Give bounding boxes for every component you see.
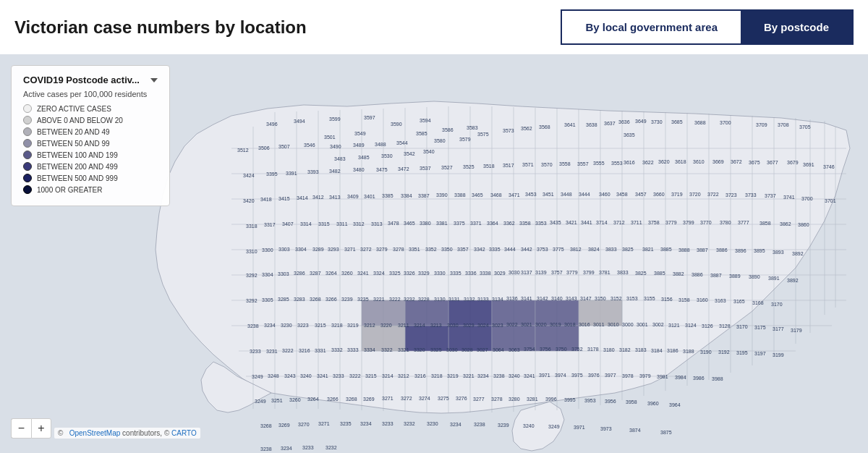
- svg-text:3568: 3568: [539, 124, 550, 130]
- svg-text:3238: 3238: [247, 323, 259, 329]
- svg-text:3594: 3594: [420, 118, 431, 123]
- svg-text:3233: 3233: [250, 349, 261, 354]
- svg-text:3757: 3757: [551, 270, 563, 275]
- svg-text:3190: 3190: [700, 350, 712, 355]
- svg-text:3889: 3889: [729, 274, 741, 279]
- svg-text:3825: 3825: [622, 247, 634, 252]
- svg-text:3885: 3885: [660, 247, 672, 252]
- svg-text:3195: 3195: [736, 350, 748, 355]
- svg-text:3063: 3063: [509, 347, 520, 352]
- svg-text:3530: 3530: [381, 153, 393, 158]
- svg-text:3126: 3126: [702, 323, 713, 329]
- svg-text:3860: 3860: [798, 222, 809, 227]
- svg-text:3350: 3350: [441, 247, 453, 252]
- svg-text:3453: 3453: [525, 192, 537, 197]
- svg-text:3977: 3977: [605, 373, 616, 378]
- svg-text:3599: 3599: [329, 117, 341, 122]
- svg-text:3238: 3238: [493, 373, 505, 378]
- svg-text:3711: 3711: [631, 220, 642, 225]
- legend-item-label: 1000 OR GREATER: [37, 186, 102, 194]
- svg-text:3488: 3488: [375, 142, 386, 147]
- svg-text:3029: 3029: [494, 271, 506, 276]
- svg-text:3268: 3268: [260, 423, 272, 428]
- legend-items-container: ZERO ACTIVE CASESABOVE 0 AND BELOW 20BET…: [23, 104, 158, 194]
- svg-text:3475: 3475: [376, 167, 388, 172]
- legend-title[interactable]: COVID19 Postcode activ...: [23, 75, 158, 85]
- svg-text:3139: 3139: [535, 270, 547, 275]
- svg-text:3971: 3971: [574, 425, 585, 430]
- svg-text:3027: 3027: [477, 347, 488, 352]
- tab-lga[interactable]: By local government area: [562, 11, 741, 43]
- svg-text:3251: 3251: [271, 398, 283, 403]
- zoom-in-button[interactable]: +: [31, 418, 51, 439]
- zoom-out-button[interactable]: −: [11, 418, 31, 439]
- svg-text:3286: 3286: [294, 271, 305, 276]
- svg-text:3156: 3156: [661, 297, 673, 302]
- svg-text:3133: 3133: [477, 297, 489, 302]
- svg-text:3424: 3424: [243, 173, 255, 178]
- svg-text:3136: 3136: [506, 296, 518, 301]
- svg-text:3155: 3155: [644, 296, 655, 301]
- svg-text:3413: 3413: [329, 195, 341, 200]
- svg-text:3315: 3315: [318, 221, 330, 226]
- svg-text:3709: 3709: [756, 122, 767, 127]
- svg-text:3028: 3028: [461, 347, 473, 352]
- legend-dot: [23, 174, 32, 182]
- svg-text:3444: 3444: [579, 192, 590, 197]
- map-container[interactable]: 3496 3494 3599 3597 3501 3549 3590 3594 …: [0, 54, 868, 453]
- svg-text:3019: 3019: [550, 322, 561, 327]
- svg-text:3981: 3981: [657, 374, 668, 379]
- osm-link[interactable]: OpenStreetMap: [69, 429, 121, 437]
- svg-text:3143: 3143: [566, 296, 577, 301]
- svg-text:3891: 3891: [768, 276, 780, 281]
- svg-text:3233: 3233: [382, 421, 393, 426]
- svg-text:3888: 3888: [678, 247, 690, 253]
- svg-text:3585: 3585: [416, 131, 427, 136]
- svg-text:3249: 3249: [255, 399, 266, 404]
- svg-text:3708: 3708: [778, 122, 789, 127]
- svg-text:3833: 3833: [605, 247, 617, 252]
- svg-text:3292: 3292: [246, 273, 258, 278]
- svg-text:3571: 3571: [522, 162, 534, 167]
- svg-text:3231: 3231: [266, 349, 278, 354]
- svg-text:3281: 3281: [527, 397, 538, 402]
- svg-text:3756: 3756: [540, 347, 551, 352]
- svg-text:3158: 3158: [678, 297, 690, 302]
- svg-text:3821: 3821: [642, 247, 654, 252]
- svg-text:3779: 3779: [566, 270, 578, 275]
- svg-text:3269: 3269: [363, 397, 375, 402]
- svg-text:3414: 3414: [297, 195, 308, 200]
- svg-text:3705: 3705: [799, 124, 811, 130]
- svg-text:3964: 3964: [669, 402, 681, 407]
- svg-text:3300: 3300: [262, 247, 273, 253]
- svg-text:3471: 3471: [509, 192, 520, 198]
- svg-text:3278: 3278: [393, 247, 404, 252]
- svg-text:3409: 3409: [347, 194, 359, 199]
- svg-rect-48: [405, 326, 448, 351]
- legend-dot: [23, 162, 32, 171]
- svg-text:3636: 3636: [618, 119, 630, 124]
- svg-text:3618: 3618: [675, 159, 686, 164]
- legend-title-text: COVID19 Postcode activ...: [23, 75, 140, 85]
- svg-text:3741: 3741: [783, 195, 795, 200]
- legend-item: ZERO ACTIVE CASES: [23, 104, 158, 113]
- svg-text:3334: 3334: [364, 347, 375, 352]
- svg-text:3336: 3336: [465, 271, 477, 276]
- svg-text:3163: 3163: [715, 298, 726, 303]
- svg-text:3620: 3620: [658, 159, 670, 164]
- legend-item: BETWEEN 500 AND 999: [23, 174, 158, 182]
- svg-text:3232: 3232: [326, 445, 337, 450]
- svg-text:3010: 3010: [608, 322, 619, 327]
- svg-text:3812: 3812: [570, 247, 582, 252]
- svg-text:3752: 3752: [571, 347, 583, 352]
- legend-expand-icon[interactable]: [150, 78, 158, 82]
- page-title: Victorian case numbers by location: [14, 17, 307, 38]
- legend-item-label: BETWEEN 20 AND 49: [37, 128, 110, 136]
- svg-text:3638: 3638: [586, 122, 597, 127]
- svg-text:3170: 3170: [771, 302, 783, 307]
- carto-link[interactable]: CARTO: [171, 429, 197, 437]
- tab-postcode[interactable]: By postcode: [741, 11, 852, 43]
- svg-text:3142: 3142: [537, 296, 548, 301]
- svg-text:3325: 3325: [430, 347, 442, 352]
- svg-text:3975: 3975: [571, 373, 583, 378]
